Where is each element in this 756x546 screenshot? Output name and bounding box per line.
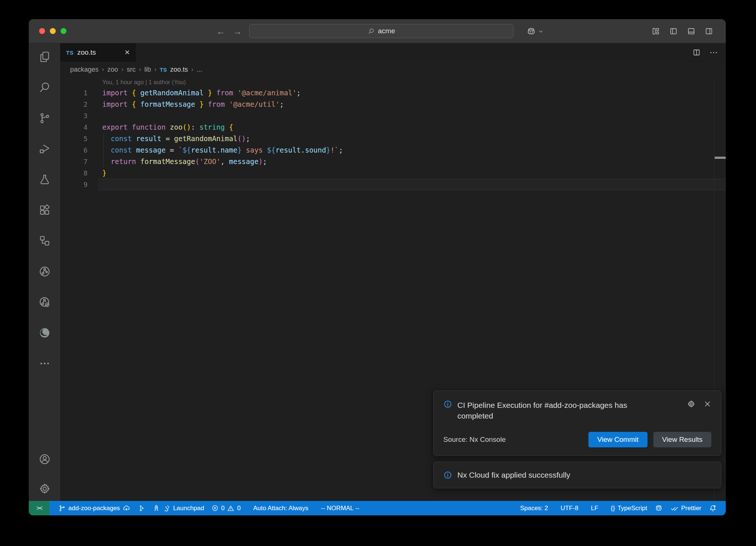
code-line[interactable]: 5 const result = getRandomAnimal();	[60, 133, 726, 144]
breadcrumb-separator: ›	[139, 66, 141, 73]
source-control-icon[interactable]	[38, 112, 51, 124]
info-icon	[443, 400, 452, 409]
search-view-icon[interactable]	[38, 81, 51, 94]
customize-layout-icon[interactable]	[652, 27, 660, 35]
command-center-search[interactable]: acme	[249, 24, 513, 38]
overview-ruler-cursor	[715, 157, 726, 159]
edge-browser-icon[interactable]	[38, 327, 51, 339]
line-number: 6	[60, 144, 87, 156]
encoding-status-item[interactable]: UTF-8	[557, 501, 582, 515]
project-hierarchy-icon[interactable]	[38, 235, 51, 247]
breadcrumb-separator: ›	[121, 66, 124, 73]
breadcrumb-item[interactable]: zoo	[107, 66, 118, 74]
language-status-item[interactable]: {} TypeScript	[607, 501, 651, 515]
line-number: 2	[60, 99, 87, 110]
window-controls	[39, 28, 66, 34]
info-icon	[443, 471, 452, 480]
vim-mode-status-item[interactable]: -- NORMAL --	[317, 501, 363, 515]
run-debug-icon[interactable]	[38, 143, 51, 155]
code-line[interactable]: 9	[60, 179, 726, 190]
notification-message: Nx Cloud fix applied successfully	[457, 470, 570, 481]
blame-annotation[interactable]: You, 1 hour ago | 1 author (You)	[60, 77, 726, 87]
publish-cloud-icon	[123, 504, 130, 512]
breadcrumb-separator: ›	[102, 66, 104, 73]
activity-bar	[29, 43, 60, 501]
split-editor-icon[interactable]	[693, 48, 701, 57]
search-icon	[368, 28, 375, 35]
code-line[interactable]: 2import { formatMessage } from '@acme/ut…	[60, 99, 726, 110]
toggle-panel-icon[interactable]	[687, 27, 695, 35]
eol-status-item[interactable]: LF	[587, 501, 602, 515]
error-icon	[212, 505, 219, 512]
problems-status-item[interactable]: 0 0	[208, 501, 244, 515]
double-check-icon	[670, 504, 678, 512]
typescript-file-icon: TS	[160, 66, 167, 73]
breadcrumb-file[interactable]: zoo.ts	[170, 66, 188, 74]
code-line[interactable]: 8}	[60, 167, 726, 179]
remote-indicator[interactable]: ><	[29, 501, 49, 515]
notification-nx-cloud-fix: Nx Cloud fix applied successfully	[433, 462, 721, 488]
notifications-bell-item[interactable]	[705, 501, 721, 515]
line-number: 7	[60, 156, 87, 167]
nx-project-graph-icon[interactable]	[38, 296, 51, 308]
copilot-icon[interactable]	[526, 27, 536, 36]
copilot-icon	[654, 504, 663, 512]
zoom-window-button[interactable]	[61, 28, 66, 34]
line-number: 9	[60, 179, 87, 190]
auto-attach-status-item[interactable]: Auto Attach: Always	[250, 501, 312, 515]
line-number: 4	[60, 122, 87, 133]
code-line[interactable]: 3	[60, 110, 726, 122]
code-line[interactable]: 7 return formatMessage('ZOO', message);	[60, 156, 726, 167]
launchpad-status-item[interactable]: Launchpad	[149, 501, 208, 515]
line-number: 3	[60, 110, 87, 122]
branch-status-item[interactable]: add-zoo-packages	[55, 501, 134, 515]
title-bar: ← → acme	[29, 19, 726, 43]
breadcrumb-item[interactable]: src	[127, 66, 135, 74]
brackets-icon: {}	[611, 505, 615, 512]
code-line[interactable]: 4export function zoo(): string {	[60, 122, 726, 133]
nx-console-icon[interactable]	[38, 265, 51, 278]
notification-message: CI Pipeline Execution for #add-zoo-packa…	[457, 400, 642, 422]
breadcrumb-more[interactable]: ...	[197, 66, 202, 74]
chevron-down-icon[interactable]	[538, 29, 543, 34]
editor-more-actions-icon[interactable]: ⋯	[709, 48, 718, 57]
code-line[interactable]: 1import { getRandomAnimal } from '@acme/…	[60, 87, 726, 99]
search-value: acme	[378, 27, 395, 35]
formatter-status-item[interactable]: Prettier	[667, 501, 705, 515]
code-line[interactable]: 6 const message = `${result.name} says $…	[60, 144, 726, 156]
copilot-status-item[interactable]	[651, 501, 667, 515]
extensions-icon[interactable]	[38, 204, 51, 216]
explorer-icon[interactable]	[38, 51, 51, 63]
tab-zoo-ts[interactable]: TS zoo.ts ✕	[60, 43, 136, 62]
close-window-button[interactable]	[39, 28, 45, 34]
plug-icon	[163, 504, 171, 512]
settings-gear-icon[interactable]	[38, 482, 51, 495]
bell-icon	[709, 504, 717, 512]
git-actions-item[interactable]	[134, 501, 149, 515]
notification-settings-icon[interactable]	[687, 400, 695, 408]
view-commit-button[interactable]: View Commit	[588, 432, 647, 447]
line-number: 5	[60, 133, 87, 144]
notification-toasts: CI Pipeline Execution for #add-zoo-packa…	[433, 390, 721, 488]
testing-icon[interactable]	[38, 173, 51, 186]
minimize-window-button[interactable]	[50, 28, 56, 34]
toggle-primary-sidebar-icon[interactable]	[669, 27, 678, 35]
close-tab-icon[interactable]: ✕	[124, 48, 130, 57]
toggle-secondary-sidebar-icon[interactable]	[705, 27, 713, 35]
warning-icon	[227, 505, 234, 512]
breadcrumb-separator: ›	[191, 66, 193, 73]
line-number: 1	[60, 87, 87, 99]
view-results-button[interactable]: View Results	[653, 432, 711, 447]
more-views-icon[interactable]	[38, 357, 51, 370]
breadcrumb-separator: ›	[154, 66, 157, 73]
notification-close-icon[interactable]	[704, 400, 711, 408]
typescript-file-icon: TS	[66, 50, 73, 56]
breadcrumb-item[interactable]: packages	[70, 66, 99, 74]
commit-graph-icon	[138, 505, 145, 512]
indentation-status-item[interactable]: Spaces: 2	[516, 501, 552, 515]
forward-button[interactable]: →	[231, 19, 244, 43]
breadcrumb-item[interactable]: lib	[144, 66, 151, 74]
notification-ci-pipeline: CI Pipeline Execution for #add-zoo-packa…	[433, 390, 721, 456]
back-button[interactable]: ←	[214, 19, 227, 43]
account-icon[interactable]	[38, 453, 51, 465]
